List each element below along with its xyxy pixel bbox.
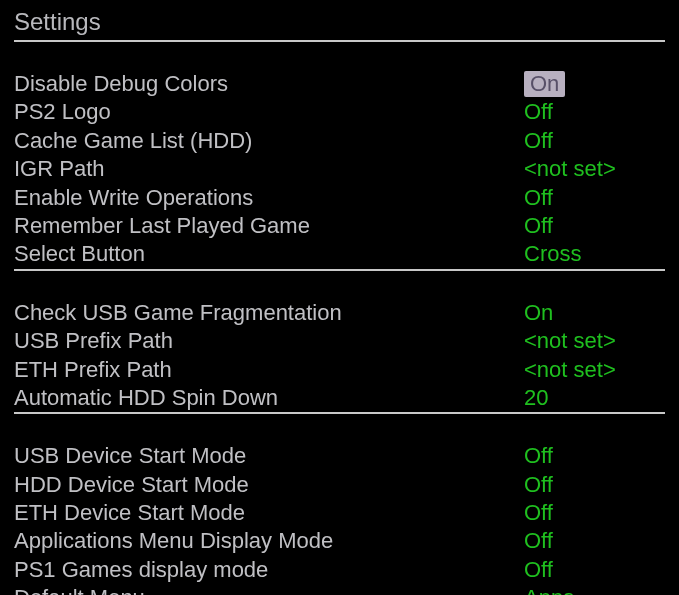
setting-value: Off: [524, 99, 665, 125]
setting-value: <not set>: [524, 156, 665, 182]
setting-label: Select Button: [14, 241, 524, 267]
setting-value: Off: [524, 128, 665, 154]
setting-value: Off: [524, 185, 665, 211]
setting-value: Cross: [524, 241, 665, 267]
setting-disable-debug-colors[interactable]: Disable Debug Colors On: [14, 70, 665, 98]
setting-label: Default Menu: [14, 585, 524, 595]
setting-enable-write-operations[interactable]: Enable Write Operations Off: [14, 184, 665, 212]
setting-applications-menu-display-mode[interactable]: Applications Menu Display Mode Off: [14, 527, 665, 555]
setting-igr-path[interactable]: IGR Path <not set>: [14, 155, 665, 183]
settings-section-devices: Check USB Game Fragmentation On USB Pref…: [14, 299, 665, 415]
setting-label: PS1 Games display mode: [14, 557, 524, 583]
settings-section-start-modes: USB Device Start Mode Off HDD Device Sta…: [14, 442, 665, 595]
setting-label: Check USB Game Fragmentation: [14, 300, 524, 326]
setting-label: ETH Prefix Path: [14, 357, 524, 383]
setting-cache-game-list[interactable]: Cache Game List (HDD) Off: [14, 127, 665, 155]
setting-usb-prefix-path[interactable]: USB Prefix Path <not set>: [14, 327, 665, 355]
setting-label: USB Prefix Path: [14, 328, 524, 354]
setting-label: Automatic HDD Spin Down: [14, 385, 524, 411]
setting-label: HDD Device Start Mode: [14, 472, 524, 498]
setting-label: Applications Menu Display Mode: [14, 528, 524, 554]
setting-label: ETH Device Start Mode: [14, 500, 524, 526]
setting-value: Off: [524, 472, 665, 498]
setting-value: Off: [524, 557, 665, 583]
setting-eth-prefix-path[interactable]: ETH Prefix Path <not set>: [14, 356, 665, 384]
setting-label: Cache Game List (HDD): [14, 128, 524, 154]
setting-value: <not set>: [524, 328, 665, 354]
setting-label: Remember Last Played Game: [14, 213, 524, 239]
setting-usb-device-start-mode[interactable]: USB Device Start Mode Off: [14, 442, 665, 470]
setting-ps2-logo[interactable]: PS2 Logo Off: [14, 98, 665, 126]
setting-value: Apps: [524, 585, 665, 595]
setting-value: On: [524, 300, 665, 326]
setting-label: IGR Path: [14, 156, 524, 182]
setting-label: Enable Write Operations: [14, 185, 524, 211]
setting-automatic-hdd-spin-down[interactable]: Automatic HDD Spin Down 20: [14, 384, 665, 412]
setting-label: Disable Debug Colors: [14, 71, 524, 97]
setting-value: Off: [524, 443, 665, 469]
setting-value: On: [524, 71, 565, 97]
setting-value: Off: [524, 500, 665, 526]
settings-section-general: Disable Debug Colors On PS2 Logo Off Cac…: [14, 70, 665, 271]
page-title: Settings: [14, 8, 665, 42]
setting-eth-device-start-mode[interactable]: ETH Device Start Mode Off: [14, 499, 665, 527]
setting-value: Off: [524, 213, 665, 239]
setting-select-button[interactable]: Select Button Cross: [14, 240, 665, 268]
setting-label: PS2 Logo: [14, 99, 524, 125]
setting-default-menu[interactable]: Default Menu Apps: [14, 584, 665, 595]
setting-remember-last-played[interactable]: Remember Last Played Game Off: [14, 212, 665, 240]
setting-hdd-device-start-mode[interactable]: HDD Device Start Mode Off: [14, 471, 665, 499]
setting-check-usb-fragmentation[interactable]: Check USB Game Fragmentation On: [14, 299, 665, 327]
setting-value: 20: [524, 385, 665, 411]
setting-value: Off: [524, 528, 665, 554]
setting-ps1-games-display-mode[interactable]: PS1 Games display mode Off: [14, 556, 665, 584]
setting-value: <not set>: [524, 357, 665, 383]
setting-label: USB Device Start Mode: [14, 443, 524, 469]
